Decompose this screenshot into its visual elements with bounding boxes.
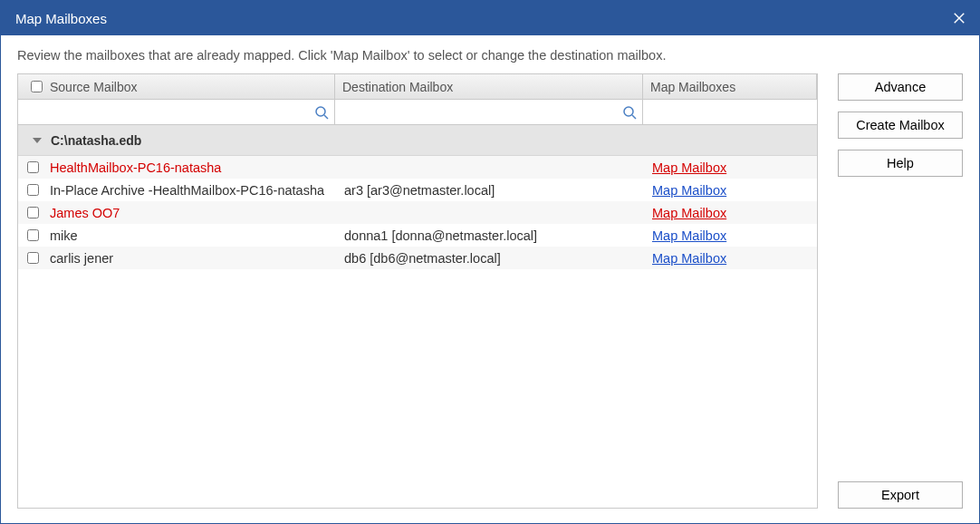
- row-checkbox[interactable]: [27, 207, 39, 218]
- table-row: James OO7Map Mailbox: [18, 201, 817, 224]
- svg-point-2: [316, 107, 325, 116]
- source-cell: James OO7: [27, 206, 344, 220]
- map-mailbox-link[interactable]: Map Mailbox: [652, 160, 726, 175]
- source-text: James OO7: [50, 206, 120, 220]
- map-mailbox-link[interactable]: Map Mailbox: [652, 183, 726, 198]
- map-mailboxes-dialog: Map Mailboxes Review the mailboxes that …: [0, 0, 980, 524]
- search-destination-cell: [335, 100, 643, 124]
- titlebar: Map Mailboxes: [1, 1, 979, 35]
- svg-point-4: [624, 107, 633, 116]
- row-checkbox[interactable]: [27, 184, 39, 196]
- source-cell: HealthMailbox-PC16-natasha: [27, 160, 344, 175]
- table-row: mikedonna1 [donna@netmaster.local]Map Ma…: [18, 224, 817, 247]
- instruction-text: Review the mailboxes that are already ma…: [17, 48, 963, 63]
- source-text: In-Place Archive -HealthMailbox-PC16-nat…: [50, 183, 324, 198]
- table-row: carlis jenerdb6 [db6@netmaster.local]Map…: [18, 247, 817, 269]
- side-spacer: [838, 188, 963, 471]
- export-button[interactable]: Export: [838, 481, 963, 509]
- map-cell: Map Mailbox: [652, 228, 817, 243]
- map-mailbox-link[interactable]: Map Mailbox: [652, 206, 726, 220]
- row-checkbox[interactable]: [27, 161, 39, 173]
- source-cell: carlis jener: [27, 251, 344, 266]
- table-row: In-Place Archive -HealthMailbox-PC16-nat…: [18, 179, 817, 201]
- close-button[interactable]: [939, 1, 979, 35]
- table-header: Source Mailbox Destination Mailbox Map M…: [18, 74, 817, 100]
- destination-cell: ar3 [ar3@netmaster.local]: [344, 183, 652, 198]
- source-text: carlis jener: [50, 251, 113, 266]
- column-header-destination[interactable]: Destination Mailbox: [335, 74, 643, 99]
- select-all-checkbox[interactable]: [31, 81, 43, 92]
- source-text: HealthMailbox-PC16-natasha: [50, 160, 221, 175]
- group-label: C:\natasha.edb: [51, 133, 141, 148]
- search-icon: [622, 105, 637, 120]
- close-icon: [953, 12, 966, 24]
- map-cell: Map Mailbox: [652, 160, 817, 175]
- source-cell: mike: [27, 228, 344, 243]
- column-header-map-label: Map Mailboxes: [650, 80, 735, 94]
- search-source-input[interactable]: [24, 104, 329, 121]
- content-area: Review the mailboxes that are already ma…: [1, 35, 979, 523]
- column-header-destination-label: Destination Mailbox: [342, 80, 453, 94]
- group-header[interactable]: C:\natasha.edb: [18, 125, 817, 156]
- destination-cell: donna1 [donna@netmaster.local]: [344, 228, 652, 243]
- window-title: Map Mailboxes: [15, 11, 107, 26]
- side-panel: Advance Create Mailbox Help Export: [838, 73, 963, 509]
- svg-line-5: [632, 115, 636, 119]
- map-cell: Map Mailbox: [652, 206, 817, 220]
- row-checkbox[interactable]: [27, 252, 39, 264]
- table-body: HealthMailbox-PC16-natashaMap MailboxIn-…: [18, 156, 817, 508]
- map-mailbox-link[interactable]: Map Mailbox: [652, 251, 726, 266]
- source-cell: In-Place Archive -HealthMailbox-PC16-nat…: [27, 183, 344, 198]
- map-mailbox-link[interactable]: Map Mailbox: [652, 228, 726, 243]
- chevron-down-icon: [33, 138, 42, 143]
- search-icon: [314, 105, 329, 120]
- row-checkbox[interactable]: [27, 229, 39, 241]
- advance-button[interactable]: Advance: [838, 73, 963, 101]
- search-destination-input[interactable]: [341, 104, 637, 121]
- svg-line-3: [324, 115, 328, 119]
- search-source-cell: [18, 100, 335, 124]
- search-map-cell: [643, 100, 817, 124]
- column-header-map[interactable]: Map Mailboxes: [643, 74, 817, 99]
- create-mailbox-button[interactable]: Create Mailbox: [838, 112, 963, 139]
- destination-cell: db6 [db6@netmaster.local]: [344, 251, 652, 266]
- search-row: [18, 100, 817, 125]
- main-area: Source Mailbox Destination Mailbox Map M…: [17, 73, 963, 509]
- source-text: mike: [50, 228, 78, 243]
- map-cell: Map Mailbox: [652, 183, 817, 198]
- map-cell: Map Mailbox: [652, 251, 817, 266]
- mailbox-table: Source Mailbox Destination Mailbox Map M…: [17, 73, 818, 509]
- help-button[interactable]: Help: [838, 150, 963, 177]
- table-row: HealthMailbox-PC16-natashaMap Mailbox: [18, 156, 817, 179]
- column-header-source[interactable]: Source Mailbox: [18, 74, 335, 99]
- column-header-source-label: Source Mailbox: [50, 80, 138, 94]
